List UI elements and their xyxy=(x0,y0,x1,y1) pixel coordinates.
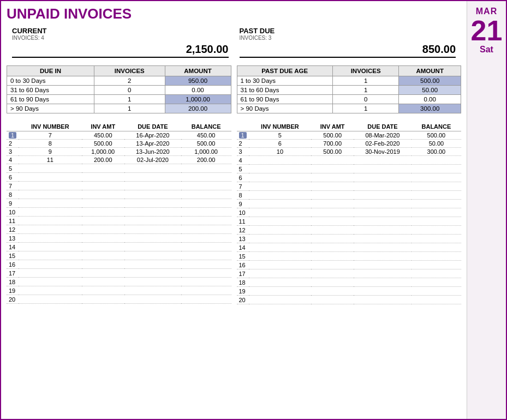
table-row xyxy=(354,226,411,235)
table-row xyxy=(124,269,181,278)
table-row: 13 xyxy=(237,235,249,243)
aging-current-col-duein: DUE IN xyxy=(7,66,94,76)
detail-current-col-duedate: DUE DATE xyxy=(124,122,181,131)
table-row xyxy=(82,217,124,225)
table-row: 5 xyxy=(237,165,249,173)
list-item: 1 xyxy=(94,104,165,113)
table-row xyxy=(411,226,461,235)
table-row xyxy=(19,225,81,234)
table-row xyxy=(354,208,411,217)
table-row xyxy=(124,225,181,234)
table-row xyxy=(354,235,411,243)
table-row xyxy=(354,191,411,200)
table-row xyxy=(82,243,124,251)
aging-past-col-invoices: INVOICES xyxy=(332,66,399,76)
list-item: 200.00 xyxy=(165,104,231,113)
table-row: 6 xyxy=(249,140,312,148)
table-row xyxy=(181,295,231,304)
table-row: 9 xyxy=(7,199,19,208)
table-row: 16 xyxy=(237,261,249,269)
table-row xyxy=(19,286,81,295)
detail-current-col-invamt: INV AMT xyxy=(82,122,124,131)
table-row xyxy=(354,287,411,296)
table-row: 10 xyxy=(249,148,312,156)
table-row xyxy=(181,243,231,251)
table-row xyxy=(82,260,124,269)
list-item: 0.00 xyxy=(165,86,231,95)
list-item: 31 to 60 Days xyxy=(7,86,94,95)
table-row xyxy=(411,269,461,278)
table-row: 2 xyxy=(237,140,249,148)
table-row: 6 xyxy=(237,173,249,182)
table-row: 10 xyxy=(7,208,19,217)
table-row xyxy=(181,173,231,182)
list-item: 61 to 90 Days xyxy=(237,95,332,104)
table-row xyxy=(19,278,81,286)
table-row: 30-Nov-2019 xyxy=(354,148,411,156)
table-row: 3 xyxy=(7,148,19,156)
detail-past-col-balance: BALANCE xyxy=(411,122,461,131)
table-row xyxy=(82,173,124,182)
table-row xyxy=(411,252,461,261)
table-row xyxy=(311,200,354,208)
table-row xyxy=(249,243,312,252)
table-row: 08-Mar-2020 xyxy=(354,131,411,140)
table-row xyxy=(354,296,411,304)
table-row xyxy=(249,296,312,304)
detail-tables-row: INV NUMBER INV AMT DUE DATE BALANCE 1 7 … xyxy=(7,122,461,304)
table-row xyxy=(249,208,312,217)
table-row xyxy=(311,235,354,243)
pastdue-amount: 850.00 xyxy=(240,43,456,58)
table-row xyxy=(249,261,312,269)
table-row xyxy=(249,200,312,208)
table-row: 15 xyxy=(237,252,249,261)
table-row xyxy=(411,287,461,296)
table-row: 500.00 xyxy=(311,131,354,140)
table-row xyxy=(411,208,461,217)
table-row xyxy=(411,173,461,182)
table-row: 500.00 xyxy=(181,140,231,148)
list-item: 31 to 60 Days xyxy=(237,86,332,95)
table-row: 19 xyxy=(237,287,249,296)
detail-past-col-invamt: INV AMT xyxy=(311,122,354,131)
table-row xyxy=(249,287,312,296)
detail-current-col-invnum: INV NUMBER xyxy=(19,122,81,131)
table-row xyxy=(411,296,461,304)
current-label: CURRENT xyxy=(12,27,229,35)
date-sidebar: MAR 21 Sat xyxy=(467,1,506,419)
table-row: 4 xyxy=(7,156,19,164)
table-row xyxy=(19,164,81,173)
table-row xyxy=(181,164,231,173)
table-row xyxy=(411,243,461,252)
table-row: 1,000.00 xyxy=(82,148,124,156)
table-row xyxy=(354,165,411,173)
list-item: 1,000.00 xyxy=(165,95,231,104)
table-row xyxy=(19,243,81,251)
list-item: 0.00 xyxy=(399,95,461,104)
table-row xyxy=(311,287,354,296)
table-row xyxy=(181,225,231,234)
table-row xyxy=(82,269,124,278)
table-row xyxy=(249,226,312,235)
list-item: 300.00 xyxy=(399,104,461,113)
table-row: 9 xyxy=(237,200,249,208)
table-row xyxy=(411,235,461,243)
table-row xyxy=(311,226,354,235)
table-row xyxy=(181,190,231,199)
table-row: 10 xyxy=(237,208,249,217)
table-row xyxy=(124,190,181,199)
table-row xyxy=(82,164,124,173)
current-amount: 2,150.00 xyxy=(12,43,229,58)
table-row xyxy=(311,165,354,173)
aging-current-col-amount: AMOUNT xyxy=(165,66,231,76)
table-row: 15 xyxy=(7,251,19,260)
pastdue-label: PAST DUE xyxy=(240,27,456,35)
table-row: 11 xyxy=(7,217,19,225)
table-row: 02-Feb-2020 xyxy=(354,140,411,148)
table-row xyxy=(411,278,461,287)
table-row xyxy=(82,278,124,286)
table-row: 5 xyxy=(7,164,19,173)
table-row xyxy=(124,243,181,251)
list-item: 1 xyxy=(332,76,399,86)
table-row xyxy=(181,234,231,243)
